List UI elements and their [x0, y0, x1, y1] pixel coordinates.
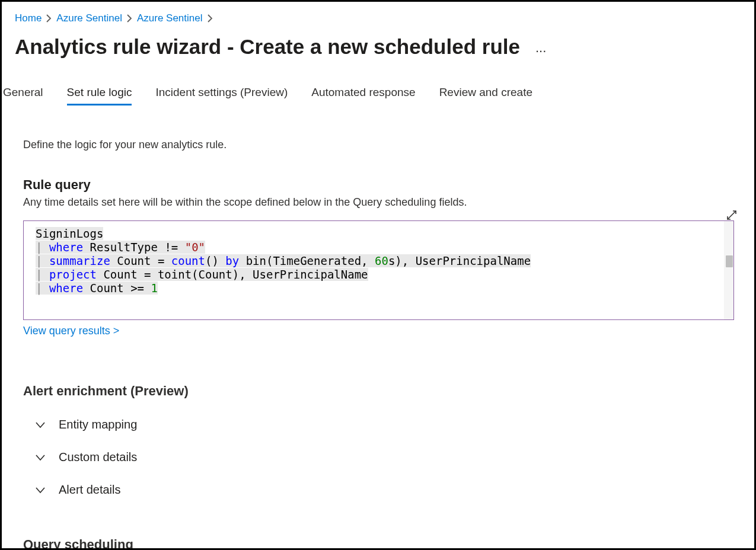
- chevron-right-icon: [46, 14, 52, 23]
- code-token: project: [49, 268, 97, 281]
- expander-label: Custom details: [59, 450, 137, 464]
- more-actions-icon[interactable]: ···: [535, 43, 546, 59]
- tabs: General Set rule logic Incident settings…: [2, 84, 741, 105]
- code-token: SigninLogs: [36, 227, 103, 240]
- expander-alert-details[interactable]: Alert details: [23, 477, 734, 503]
- editor-scrollbar-thumb[interactable]: [726, 255, 733, 267]
- breadcrumb-azure-sentinel-2[interactable]: Azure Sentinel: [137, 12, 203, 24]
- editor-lines: SigninLogs | where ResultType != "0" | s…: [36, 227, 723, 295]
- editor-gutter: [24, 221, 36, 319]
- alert-enrichment-title: Alert enrichment (Preview): [23, 383, 734, 399]
- chevron-down-icon: [35, 420, 46, 430]
- view-query-results-link[interactable]: View query results >: [23, 325, 119, 337]
- expander-entity-mapping[interactable]: Entity mapping: [23, 412, 734, 437]
- breadcrumb: Home Azure Sentinel Azure Sentinel: [15, 12, 741, 24]
- code-token: where: [49, 241, 83, 254]
- code-token: (): [205, 254, 225, 267]
- code-token: bin(TimeGenerated,: [239, 254, 375, 267]
- tab-automated-response[interactable]: Automated response: [311, 84, 415, 105]
- rule-query-description: Any time details set here will be within…: [23, 196, 734, 209]
- chevron-right-icon: [127, 14, 132, 23]
- rule-query-editor[interactable]: SigninLogs | where ResultType != "0" | s…: [23, 220, 734, 320]
- code-token: by: [225, 254, 239, 267]
- query-scheduling-title: Query scheduling: [23, 537, 734, 550]
- intro-text: Define the logic for your new analytics …: [23, 139, 734, 151]
- code-token: "0": [185, 241, 205, 254]
- editor-scrollbar[interactable]: [724, 221, 733, 319]
- tab-set-rule-logic[interactable]: Set rule logic: [67, 84, 132, 105]
- breadcrumb-home[interactable]: Home: [15, 12, 42, 24]
- expander-label: Entity mapping: [59, 418, 137, 431]
- expander-label: Alert details: [59, 483, 121, 497]
- code-token: count: [171, 254, 205, 267]
- page-title: Analytics rule wizard - Create a new sch…: [15, 35, 520, 59]
- tab-general[interactable]: General: [2, 84, 43, 105]
- tab-incident-settings[interactable]: Incident settings (Preview): [155, 84, 288, 105]
- code-token: Count =: [110, 254, 171, 267]
- code-token: 60: [375, 254, 388, 267]
- code-token: Count = toint(Count), UserPrincipalName: [97, 268, 368, 281]
- expander-custom-details[interactable]: Custom details: [23, 445, 734, 470]
- code-token: Count >=: [83, 282, 151, 295]
- breadcrumb-azure-sentinel-1[interactable]: Azure Sentinel: [56, 12, 122, 24]
- rule-query-title: Rule query: [23, 177, 734, 193]
- chevron-down-icon: [35, 452, 46, 463]
- code-token: ResultType !=: [90, 241, 185, 254]
- code-token: 1: [151, 282, 157, 295]
- chevron-down-icon: [35, 485, 46, 495]
- code-token: s), UserPrincipalName: [388, 254, 531, 267]
- code-token: where: [49, 282, 83, 295]
- tab-review-and-create[interactable]: Review and create: [439, 84, 532, 105]
- code-token: summarize: [49, 254, 110, 267]
- chevron-right-icon: [208, 14, 213, 23]
